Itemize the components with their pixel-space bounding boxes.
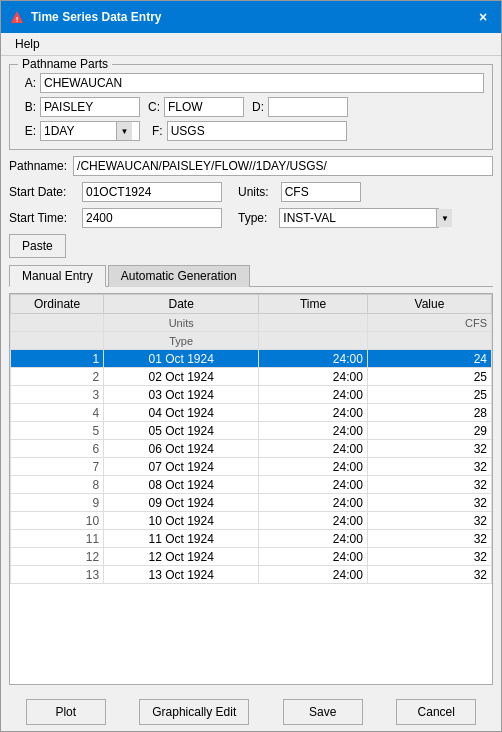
- type-combo[interactable]: ▼: [279, 208, 439, 228]
- table-row[interactable]: 14 14 Oct 1924 24:00 32: [11, 584, 492, 585]
- start-date-input[interactable]: [82, 182, 222, 202]
- graphically-edit-button[interactable]: Graphically Edit: [139, 699, 249, 725]
- cell-time: 24:00: [259, 584, 368, 585]
- units-date: Units: [104, 314, 259, 332]
- table-body: 1 01 Oct 1924 24:00 24 2 02 Oct 1924 24:…: [11, 350, 492, 585]
- cell-time: 24:00: [259, 368, 368, 386]
- tab-manual-entry[interactable]: Manual Entry: [9, 265, 106, 287]
- d-input[interactable]: [268, 97, 348, 117]
- e-input[interactable]: [41, 123, 116, 139]
- type-row-header: Type: [11, 332, 492, 350]
- cell-ordinate: 2: [11, 368, 104, 386]
- cell-date: 05 Oct 1924: [104, 422, 259, 440]
- window-title: Time Series Data Entry: [31, 10, 162, 24]
- cell-time: 24:00: [259, 422, 368, 440]
- units-row: Units CFS: [11, 314, 492, 332]
- units-label: Units:: [238, 185, 269, 199]
- start-time-input[interactable]: [82, 208, 222, 228]
- pathname-input[interactable]: [73, 156, 493, 176]
- table-row[interactable]: 9 09 Oct 1924 24:00 32: [11, 494, 492, 512]
- start-time-type-row: Start Time: Type: ▼: [9, 208, 493, 228]
- units-value: CFS: [367, 314, 491, 332]
- c-input[interactable]: [164, 97, 244, 117]
- menu-item-help[interactable]: Help: [9, 35, 46, 53]
- cell-time: 24:00: [259, 476, 368, 494]
- cell-value: 32: [367, 476, 491, 494]
- cancel-button[interactable]: Cancel: [396, 699, 476, 725]
- paste-button[interactable]: Paste: [9, 234, 66, 258]
- table-row[interactable]: 12 12 Oct 1924 24:00 32: [11, 548, 492, 566]
- cell-time: 24:00: [259, 494, 368, 512]
- cell-date: 06 Oct 1924: [104, 440, 259, 458]
- type-time: [259, 332, 368, 350]
- cell-value: 32: [367, 566, 491, 584]
- cell-date: 08 Oct 1924: [104, 476, 259, 494]
- table-row[interactable]: 8 08 Oct 1924 24:00 32: [11, 476, 492, 494]
- table-scroll[interactable]: Ordinate Date Time Value Units CFS: [10, 294, 492, 584]
- pathname-parts-label: Pathname Parts: [18, 57, 112, 71]
- svg-text:!: !: [16, 15, 19, 24]
- cell-time: 24:00: [259, 386, 368, 404]
- start-date-label: Start Date:: [9, 185, 74, 199]
- cell-value: 32: [367, 440, 491, 458]
- start-time-label: Start Time:: [9, 211, 74, 225]
- table-row[interactable]: 6 06 Oct 1924 24:00 32: [11, 440, 492, 458]
- cell-date: 03 Oct 1924: [104, 386, 259, 404]
- cell-value: 32: [367, 530, 491, 548]
- table-row[interactable]: 4 04 Oct 1924 24:00 28: [11, 404, 492, 422]
- tabs-row: Manual Entry Automatic Generation: [9, 264, 493, 287]
- pathname-ef-row: E: ▼ F:: [18, 121, 484, 141]
- cell-ordinate: 6: [11, 440, 104, 458]
- main-window: ! Time Series Data Entry × Help Pathname…: [0, 0, 502, 732]
- table-row[interactable]: 2 02 Oct 1924 24:00 25: [11, 368, 492, 386]
- c-label: C:: [148, 100, 160, 114]
- paste-row: Paste: [9, 234, 493, 258]
- cell-value: 32: [367, 458, 491, 476]
- e-dropdown-arrow[interactable]: ▼: [116, 122, 132, 140]
- table-row[interactable]: 10 10 Oct 1924 24:00 32: [11, 512, 492, 530]
- cell-ordinate: 8: [11, 476, 104, 494]
- e-combo[interactable]: ▼: [40, 121, 140, 141]
- cell-time: 24:00: [259, 548, 368, 566]
- pathname-a-row: A:: [18, 73, 484, 93]
- table-row[interactable]: 1 01 Oct 1924 24:00 24: [11, 350, 492, 368]
- d-label: D:: [252, 100, 264, 114]
- tab-automatic-generation[interactable]: Automatic Generation: [108, 265, 250, 287]
- type-dropdown-arrow[interactable]: ▼: [436, 209, 452, 227]
- cell-date: 04 Oct 1924: [104, 404, 259, 422]
- cell-ordinate: 12: [11, 548, 104, 566]
- table-row[interactable]: 5 05 Oct 1924 24:00 29: [11, 422, 492, 440]
- f-input[interactable]: [167, 121, 347, 141]
- save-button[interactable]: Save: [283, 699, 363, 725]
- units-input[interactable]: [281, 182, 361, 202]
- type-row: Type: ▼: [238, 208, 439, 228]
- type-label: Type:: [238, 211, 267, 225]
- table-row[interactable]: 7 07 Oct 1924 24:00 32: [11, 458, 492, 476]
- plot-button[interactable]: Plot: [26, 699, 106, 725]
- cell-value: 32: [367, 548, 491, 566]
- cell-date: 13 Oct 1924: [104, 566, 259, 584]
- close-button[interactable]: ×: [473, 7, 493, 27]
- pathname-row: Pathname:: [9, 156, 493, 176]
- a-input[interactable]: [40, 73, 484, 93]
- header-value: Value: [367, 295, 491, 314]
- table-row[interactable]: 3 03 Oct 1924 24:00 25: [11, 386, 492, 404]
- type-value: [367, 332, 491, 350]
- title-bar-left: ! Time Series Data Entry: [9, 9, 162, 25]
- cell-value: 32: [367, 512, 491, 530]
- b-input[interactable]: [40, 97, 140, 117]
- cell-value: 32: [367, 584, 491, 585]
- type-ordinate: [11, 332, 104, 350]
- cell-value: 25: [367, 386, 491, 404]
- table-row[interactable]: 13 13 Oct 1924 24:00 32: [11, 566, 492, 584]
- cell-ordinate: 5: [11, 422, 104, 440]
- cell-ordinate: 13: [11, 566, 104, 584]
- type-input[interactable]: [280, 210, 436, 226]
- table-row[interactable]: 11 11 Oct 1924 24:00 32: [11, 530, 492, 548]
- start-date-row: Start Date:: [9, 182, 222, 202]
- cell-time: 24:00: [259, 566, 368, 584]
- cell-ordinate: 14: [11, 584, 104, 585]
- cell-date: 12 Oct 1924: [104, 548, 259, 566]
- app-icon: !: [9, 9, 25, 25]
- cell-ordinate: 7: [11, 458, 104, 476]
